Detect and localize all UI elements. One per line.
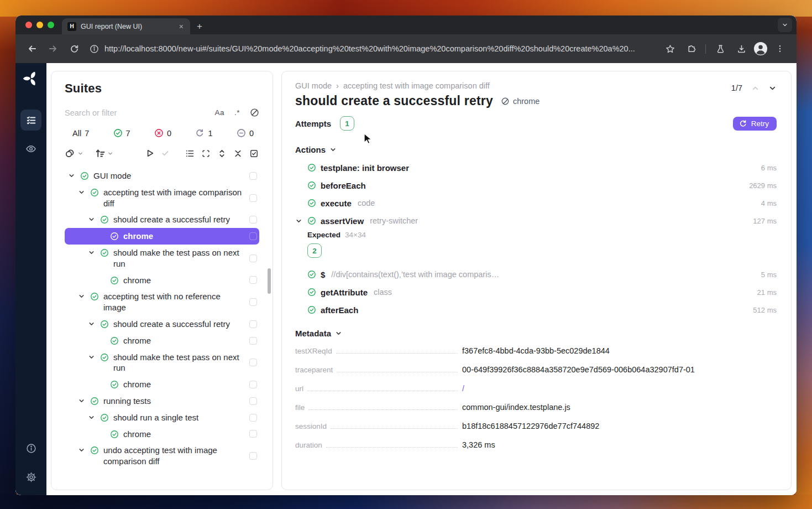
search-input[interactable]: Search or filter — [65, 108, 214, 117]
expand-all-button[interactable] — [216, 148, 227, 159]
row-checkbox[interactable] — [249, 452, 257, 460]
chevron-down-icon[interactable] — [768, 84, 777, 92]
action-row[interactable]: assertView retry-switcher 127 ms — [295, 212, 777, 230]
focus-mode-button[interactable] — [200, 148, 211, 159]
attempt-badge[interactable]: 1 — [340, 116, 354, 131]
tree-row[interactable]: chrome — [65, 333, 259, 349]
browsers-filter-button[interactable] — [65, 148, 83, 159]
action-row[interactable]: execute code 4 ms — [295, 194, 777, 212]
tree-row[interactable]: chrome — [65, 376, 259, 393]
select-all-button[interactable] — [248, 148, 259, 159]
tree-row[interactable]: chrome — [65, 228, 259, 245]
action-row[interactable]: beforeEach 2629 ms — [295, 176, 777, 194]
chevron-down-icon[interactable] — [88, 354, 97, 361]
tab-close-icon[interactable]: × — [177, 22, 186, 32]
filter-skipped[interactable]: 0 — [237, 128, 254, 138]
tree-row[interactable]: should make the test pass on next run — [65, 245, 259, 272]
chevron-down-icon[interactable] — [88, 216, 97, 223]
page-info-icon[interactable] — [90, 44, 99, 54]
minimize-window-button[interactable] — [36, 22, 43, 28]
row-checkbox[interactable] — [249, 276, 257, 284]
row-checkbox[interactable] — [249, 397, 257, 405]
chevron-down-icon[interactable] — [78, 189, 87, 196]
tree-row[interactable]: accepting test with no reference image — [65, 288, 259, 316]
row-checkbox[interactable] — [249, 359, 257, 366]
breadcrumb-test[interactable]: accepting test with image comparison dif… — [343, 81, 490, 90]
retry-button[interactable]: Retry — [733, 117, 777, 131]
collapse-all-button[interactable] — [232, 148, 243, 159]
tab-overflow-button[interactable] — [778, 18, 792, 32]
tree-row[interactable]: undo accepting test with image compariso… — [65, 442, 259, 470]
new-tab-button[interactable]: + — [190, 18, 209, 34]
tree-row[interactable]: chrome — [65, 426, 259, 443]
row-checkbox[interactable] — [249, 232, 257, 240]
action-row[interactable]: testplane: init browser 6 ms — [295, 159, 777, 176]
run-tests-button[interactable] — [144, 148, 155, 159]
sidebar-item-suites[interactable] — [20, 110, 41, 131]
action-row[interactable]: getAttribute class 21 ms — [295, 283, 777, 301]
browser-menu-button[interactable] — [771, 40, 789, 58]
slash-circle-icon[interactable] — [250, 108, 259, 117]
downloads-button[interactable] — [732, 40, 750, 58]
zoom-window-button[interactable] — [48, 22, 54, 28]
row-checkbox[interactable] — [249, 430, 257, 438]
chevron-down-icon[interactable] — [88, 249, 97, 256]
attempt-badge[interactable]: 2 — [307, 243, 322, 258]
row-checkbox[interactable] — [249, 298, 257, 306]
chevron-down-icon[interactable] — [88, 414, 97, 421]
metadata-header[interactable]: Metadata — [295, 329, 777, 338]
chevron-down-icon[interactable] — [78, 293, 87, 300]
filter-passed[interactable]: 7 — [113, 128, 130, 138]
match-case-icon[interactable]: Aa — [214, 108, 224, 117]
tree-row[interactable]: should create a successful retry — [65, 316, 259, 333]
sidebar-item-settings[interactable] — [20, 466, 41, 487]
sidebar-item-visual-checks[interactable] — [20, 138, 41, 159]
action-row[interactable]: $ //div[contains(text(),’test with image… — [295, 266, 777, 283]
chevron-down-icon[interactable] — [68, 172, 77, 179]
chevron-up-icon[interactable] — [751, 84, 759, 92]
tree-row[interactable]: accepting test with image comparison dif… — [65, 184, 259, 212]
row-checkbox[interactable] — [249, 337, 257, 345]
row-checkbox[interactable] — [249, 414, 257, 422]
forward-button[interactable] — [44, 40, 62, 58]
tree-row[interactable]: should run a single test — [65, 409, 259, 426]
row-checkbox[interactable] — [249, 194, 257, 202]
close-window-button[interactable] — [25, 22, 32, 28]
chevron-down-icon[interactable] — [78, 446, 87, 454]
filter-failed[interactable]: 0 — [154, 128, 171, 138]
row-checkbox[interactable] — [249, 172, 257, 180]
filter-all[interactable]: All 7 — [72, 129, 89, 138]
url-text[interactable]: http://localhost:8000/new-ui#/suites/GUI… — [104, 44, 635, 53]
action-row[interactable]: afterEach 512 ms — [295, 301, 777, 319]
row-checkbox[interactable] — [249, 216, 257, 224]
row-checkbox[interactable] — [249, 254, 257, 262]
tree-scrollbar[interactable] — [268, 268, 271, 294]
chevron-down-icon[interactable] — [78, 397, 87, 404]
tree-row[interactable]: chrome — [65, 272, 259, 289]
row-checkbox[interactable] — [249, 381, 257, 388]
actions-header[interactable]: Actions — [295, 145, 777, 154]
browser-tab[interactable]: H GUI report (New UI) × — [62, 18, 190, 34]
sidebar-item-info[interactable] — [20, 438, 41, 459]
chevron-down-icon[interactable] — [88, 320, 97, 328]
chevron-down-icon[interactable] — [295, 217, 307, 225]
row-checkbox[interactable] — [249, 320, 257, 328]
reload-button[interactable] — [65, 40, 83, 58]
view-mode-button[interactable] — [184, 148, 195, 159]
regex-icon[interactable]: .* — [234, 108, 240, 117]
accept-all-button[interactable] — [160, 148, 171, 159]
experiments-button[interactable] — [711, 40, 729, 58]
sort-button[interactable] — [95, 148, 113, 159]
filter-retried[interactable]: 1 — [195, 128, 212, 138]
bookmark-button[interactable] — [661, 40, 679, 58]
address-bar[interactable]: http://localhost:8000/new-ui#/suites/GUI… — [86, 44, 658, 54]
tree-row[interactable]: running tests — [65, 393, 259, 409]
tree-row[interactable]: should create a successful retry — [65, 211, 259, 228]
tree-row[interactable]: should make the test pass on next run — [65, 349, 259, 377]
breadcrumb-suite[interactable]: GUI mode — [295, 81, 332, 90]
profile-button[interactable] — [753, 41, 768, 56]
tree-row[interactable]: GUI mode — [65, 168, 259, 184]
suites-tree: GUI mode accepting test with image compa… — [65, 168, 259, 470]
back-button[interactable] — [23, 40, 41, 58]
extensions-button[interactable] — [682, 40, 700, 58]
